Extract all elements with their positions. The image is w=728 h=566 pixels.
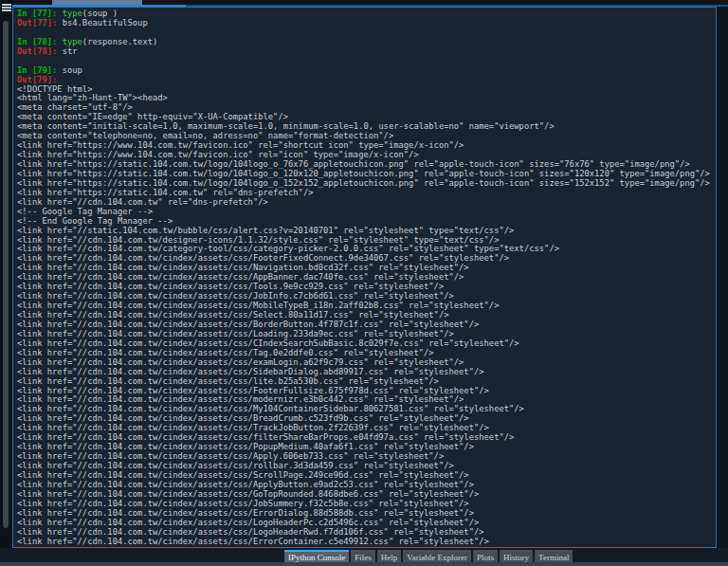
output-text: <link href="//cdn.104.com.tw/cindex/asse… [17, 348, 434, 357]
output-text: <html lang="zh-Hant-TW"><head> [17, 93, 168, 102]
code-token: soup [63, 65, 82, 75]
tab-variable-explorer[interactable]: Variable Explorer [403, 550, 471, 563]
output-text: <!-- Google Tag Manager --> [17, 207, 153, 216]
output-text: <link href="//cdn.104.com.tw/cindex/asse… [17, 404, 524, 413]
console-line: Out[77]: bs4.BeautifulSoup [17, 19, 716, 28]
output-text: <link href="//cdn.104.com.tw/cindex/asse… [17, 499, 469, 508]
console-line: Out[79]: [17, 76, 716, 85]
output-text: <link href="https://www.104.com.tw/favic… [17, 150, 419, 159]
console-scrollbar-track[interactable] [717, 7, 728, 548]
output-prompt: Out[79]: [17, 75, 63, 84]
window-bottom-edge [0, 562, 728, 566]
output-text: <link href="//cdn.104.com.tw/cindex/asse… [17, 432, 514, 442]
code-token: (soup ) [82, 9, 118, 18]
output-text: <link href="//cdn.104.com.tw/cindex/asse… [17, 470, 469, 480]
output-text: <link href="//cdn.104.com.tw/cindex/asse… [17, 282, 444, 291]
output-text: <link href="//cdn.104.com.tw/cindex/asse… [17, 329, 454, 338]
output-text: <link href="https://static.104.com.tw/lo… [17, 159, 690, 169]
console-line: <link href="//cdn.104.com.tw/cindex/asse… [17, 538, 716, 547]
output-text: <link href="//cdn.104.com.tw/cindex/asse… [17, 263, 469, 272]
console-line: In [79]: soup [17, 66, 716, 76]
tab-history[interactable]: History [500, 550, 533, 563]
output-text: <link href="//static.104.com.tw/bubble/c… [17, 226, 514, 235]
output-text: <link href="//cdn.104.com.tw/cindex/asse… [17, 442, 474, 451]
top-scrollbar-strip [12, 0, 728, 7]
output-text: <link href="//cdn.104.com.tw/designer-ic… [17, 235, 499, 245]
output-text: <link href="//cdn.104.com.tw/cindex/asse… [17, 386, 489, 395]
tab-plots[interactable]: Plots [473, 550, 498, 563]
output-text: <!-- End Google Tag Manager --> [17, 216, 173, 226]
code-token: bs4.BeautifulSoup [63, 18, 148, 27]
output-prompt: Out[78]: [17, 46, 63, 56]
output-text: <meta content="initial-scale=1.0, maximu… [17, 121, 555, 131]
menu-icon[interactable] [2, 4, 11, 12]
output-text: <link href="//cdn.104.com.tw/cindex/asse… [17, 301, 499, 310]
input-prompt: In [79]: [17, 65, 63, 75]
code-token: type [63, 9, 82, 18]
console-line: Out[78]: str [17, 47, 716, 57]
output-text: <meta content="telephone=no, email=no, a… [17, 131, 393, 140]
output-text: <meta charset="utf-8"/> [17, 102, 133, 112]
output-prompt: Out[77]: [17, 18, 63, 27]
output-text: <link href="//cdn.104.com.tw/cindex/asse… [17, 508, 474, 518]
sidebar-scrollbar-thumb[interactable] [3, 21, 9, 528]
input-prompt: In [78]: [17, 37, 63, 46]
output-text: <link href="//cdn.104.com.tw/cindex/asse… [17, 480, 474, 489]
output-text: <link href="https://static.104.com.tw" r… [17, 188, 313, 197]
output-text: <link href="//cdn.104.com.tw/cindex/asse… [17, 310, 448, 320]
tab-files[interactable]: Files [351, 550, 375, 563]
output-text: <!DOCTYPE html> [17, 84, 92, 94]
output-text: <link href="//cdn.104.com.tw/cindex/asse… [17, 537, 489, 546]
output-text: <link href="//cdn.104.com.tw/cindex/asse… [17, 423, 489, 432]
output-text: <link href="//cdn.104.com.tw/cindex/asse… [17, 413, 469, 423]
output-text: <link href="//cdn.104.com.tw/cindex/asse… [17, 272, 464, 282]
output-text: <link href="//cdn.104.com.tw/cindex/asse… [17, 518, 479, 527]
output-text: <link href="//cdn.104.com.tw/cindex/asse… [17, 320, 479, 329]
tab-ipython-console[interactable]: IPython Console [284, 550, 349, 563]
output-text: <link href="https://static.104.com.tw/lo… [17, 169, 710, 178]
output-text: <link href="//cdn.104.com.tw/cindex/asse… [17, 253, 509, 263]
input-prompt: In [77]: [17, 9, 63, 18]
code-token: str [63, 46, 78, 56]
output-text: <link href="//cdn.104.com.tw" rel="dns-p… [17, 197, 268, 207]
output-text: <link href="//cdn.104.com.tw/category-to… [17, 244, 559, 253]
tab-row: IPython ConsoleFilesHelpVariable Explore… [284, 550, 573, 563]
output-text: <link href="//cdn.104.com.tw/cindex/asse… [17, 451, 444, 461]
output-text: <link href="//cdn.104.com.tw/cindex/asse… [17, 338, 519, 348]
tab-help[interactable]: Help [377, 550, 402, 563]
output-text: <link href="//cdn.104.com.tw/cindex/asse… [17, 376, 439, 386]
output-text: <link href="https://static.104.com.tw/lo… [17, 178, 710, 188]
console-line [17, 57, 716, 66]
output-text: <link href="//cdn.104.com.tw/cindex/asse… [17, 527, 484, 537]
output-text: <link href="//cdn.104.com.tw/cindex/asse… [17, 461, 454, 470]
output-text: <link href="//cdn.104.com.tw/cindex/asse… [17, 291, 454, 301]
output-text: <link href="//cdn.104.com.tw/cindex/asse… [17, 489, 479, 499]
output-text: <link href="https://www.104.com.tw/favic… [17, 140, 464, 150]
output-text: <link href="//cdn.104.com.tw/cindex/asse… [17, 367, 484, 376]
console-line: In [78]: type(response.text) [17, 38, 716, 47]
output-text: <link href="//cdn.104.com.tw/cindex/asse… [17, 394, 464, 404]
tab-terminal[interactable]: Terminal [535, 550, 573, 563]
output-text: <meta content="IE=edge" http-equiv="X-UA… [17, 112, 288, 121]
console-output[interactable]: In [77]: type(soup )Out[77]: bs4.Beautif… [13, 8, 716, 547]
output-text: <link href="//cdn.104.com.tw/cindex/asse… [17, 357, 464, 367]
code-token: type [63, 37, 82, 46]
ipython-console-panel[interactable]: In [77]: type(soup )Out[77]: bs4.Beautif… [12, 7, 717, 548]
left-sidebar [0, 0, 12, 566]
code-token: (response.text) [82, 37, 157, 46]
